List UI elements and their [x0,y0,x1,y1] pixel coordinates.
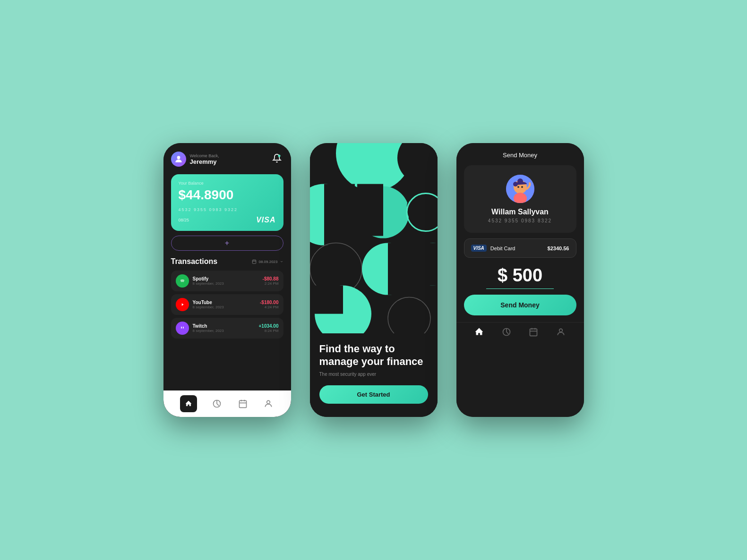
spotify-date: 8 september, 2023 [193,281,259,286]
phone-onboarding: Find the way to manage your finance The … [310,143,438,417]
svg-point-17 [267,400,270,404]
nav-home-3[interactable] [474,327,484,339]
svg-rect-33 [315,286,343,314]
twitch-date: 8 september, 2023 [193,329,255,333]
spotify-amount: -$80.88 2:24 PM [263,276,279,286]
svg-rect-22 [324,184,355,246]
svg-rect-11 [183,327,184,329]
onboarding-subtitle: The most security app ever [319,372,428,377]
username: Jeremmy [190,158,219,165]
youtube-time: 4:24 PM [260,305,278,309]
geometric-background [310,143,438,333]
twitch-amount: +1034.00 8:24 PM [259,323,279,333]
onboarding-title: Find the way to manage your finance [319,343,428,368]
recipient-name: Willam Sallyvan [491,208,549,216]
amount-value: $ 500 [464,265,576,286]
add-button[interactable]: + [171,236,283,251]
twitch-name: Twitch [193,323,255,329]
svg-point-37 [517,178,523,184]
send-money-title: Send Money [464,152,576,159]
transaction-youtube[interactable]: YouTube 8 september, 2023 -$180.00 4:24 … [171,294,283,315]
nav-profile[interactable] [263,398,274,409]
send-money-button[interactable]: Send Money [464,295,576,315]
svg-rect-2 [253,260,257,264]
svg-point-0 [177,156,180,159]
youtube-name: YouTube [193,300,257,305]
payment-balance: $2340.56 [548,246,569,251]
spotify-time: 2:24 PM [263,281,279,286]
svg-point-6 [179,278,185,284]
svg-point-9 [179,325,185,331]
get-started-button[interactable]: Get Started [319,385,428,404]
card-numbers: 4532 9355 0983 9322 [179,207,276,212]
visa-badge: VISA [471,245,487,252]
plus-icon: + [225,239,229,247]
date-filter-value: 08.09.2023 [258,260,277,264]
phone-send-money: Send Money [456,143,584,417]
amount-underline [486,288,554,289]
date-filter[interactable]: 08.09.2023 [252,259,283,264]
transactions-title: Transactions [171,257,218,266]
nav-calendar[interactable] [237,398,249,409]
balance-card: Your Balance $44.8900 4532 9355 0983 932… [171,174,283,231]
geometric-svg [310,143,438,333]
nav-chart-3[interactable] [502,327,511,339]
svg-point-47 [559,329,562,332]
twitch-icon [176,322,189,335]
svg-rect-10 [181,327,182,329]
nav-chart[interactable] [211,398,223,409]
svg-rect-24 [357,184,383,236]
phones-container: Welcome Back, Jeremmy Your Balance $44.8… [163,143,584,417]
twitch-info: Twitch 8 september, 2023 [193,323,255,333]
card-footer: 08/25 VISA [179,216,276,224]
spotify-value: -$80.88 [263,276,279,281]
amount-display: $ 500 [464,265,576,289]
recipient-card: Willam Sallyvan 4532 9355 0983 8322 [464,165,576,233]
bottom-nav-dashboard [163,390,291,417]
visa-brand: VISA [256,216,275,224]
spotify-name: Spotify [193,276,259,281]
user-info: Welcome Back, Jeremmy [171,152,219,167]
youtube-value: -$180.00 [260,300,278,305]
svg-rect-13 [239,400,246,407]
avatar [171,152,186,167]
payment-left: VISA Debit Card [471,245,515,252]
dashboard-header: Welcome Back, Jeremmy [171,152,283,167]
spotify-icon [176,274,189,288]
user-greeting: Welcome Back, Jeremmy [190,153,219,165]
transactions-header: Transactions 08.09.2023 [171,257,283,266]
payment-method-selector[interactable]: VISA Debit Card $2340.56 [464,238,576,258]
onboarding-content: Find the way to manage your finance The … [310,333,438,417]
recipient-avatar [506,175,534,203]
spotify-info: Spotify 8 september, 2023 [193,276,259,286]
youtube-icon [176,298,189,311]
bottom-nav-send-money [456,322,584,343]
svg-point-41 [521,186,523,188]
twitch-value: +1034.00 [259,323,279,329]
recipient-card-number: 4532 9355 0983 8322 [488,218,552,223]
svg-rect-29 [388,243,414,295]
youtube-info: YouTube 8 september, 2023 [193,300,257,309]
balance-amount: $44.8900 [179,187,276,203]
nav-profile-3[interactable] [556,327,566,339]
card-expiry: 08/25 [179,218,189,222]
svg-rect-31 [412,243,438,286]
svg-point-40 [517,186,519,188]
notification-bell-icon[interactable] [272,153,283,165]
balance-label: Your Balance [179,181,276,186]
twitch-time: 8:24 PM [259,329,279,333]
phone-dashboard: Welcome Back, Jeremmy Your Balance $44.8… [163,143,291,417]
svg-rect-43 [530,329,537,336]
svg-point-1 [278,155,280,157]
youtube-date: 8 september, 2023 [193,305,257,309]
svg-point-38 [513,182,518,187]
debit-label: Debit Card [490,246,515,251]
nav-calendar-3[interactable] [529,327,538,339]
transaction-twitch[interactable]: Twitch 8 september, 2023 +1034.00 8:24 P… [171,318,283,339]
nav-home[interactable] [180,395,197,412]
youtube-amount: -$180.00 4:24 PM [260,300,278,309]
transaction-spotify[interactable]: Spotify 8 september, 2023 -$80.88 2:24 P… [171,271,283,291]
welcome-text: Welcome Back, [190,153,219,158]
